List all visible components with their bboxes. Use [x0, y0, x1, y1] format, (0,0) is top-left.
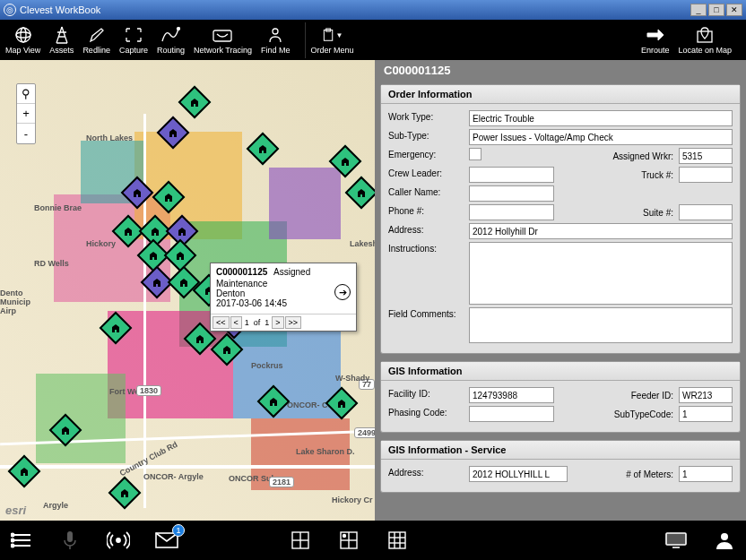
srv-address-field[interactable] [469, 466, 568, 482]
worktype-field[interactable] [469, 110, 733, 126]
user-button[interactable] [712, 528, 737, 553]
map-label: Dento Municip Airp [0, 289, 36, 315]
facility-field[interactable] [469, 387, 554, 403]
order-id-header: C000001125 [375, 60, 746, 81]
assignedwrkr-label: Assigned Wrkr: [612, 151, 673, 161]
close-button[interactable]: ✕ [726, 4, 742, 16]
meters-field[interactable] [679, 466, 733, 482]
panel-title: GIS Information [381, 362, 740, 381]
suite-field[interactable] [679, 204, 733, 220]
mic-button[interactable] [57, 528, 82, 553]
srv-address-label: Address: [388, 466, 469, 478]
suite-label: Suite #: [643, 208, 673, 218]
findme-button[interactable]: Find Me [261, 26, 291, 55]
svg-point-3 [178, 27, 180, 30]
form-pane: C000001125 Order Information Work Type: … [375, 60, 746, 521]
app-icon: ◎ [4, 4, 16, 16]
network-icon [212, 26, 233, 44]
fieldcomments-field[interactable] [469, 307, 733, 343]
crewleader-field[interactable] [469, 167, 554, 183]
emergency-label: Emergency: [388, 148, 469, 159]
phasing-field[interactable] [469, 406, 554, 422]
subtype-field[interactable] [469, 129, 733, 145]
minimize-button[interactable]: _ [690, 4, 707, 16]
locate-button[interactable]: Locate on Map [678, 26, 732, 55]
facility-label: Facility ID: [388, 387, 469, 399]
mapview-button[interactable]: Map View [5, 26, 40, 55]
messages-badge: 1 [172, 524, 185, 537]
truck-label: Truck #: [641, 170, 673, 180]
enroute-button[interactable]: Enroute [641, 26, 670, 55]
person-pin-icon [265, 26, 286, 44]
messages-button[interactable]: 1 [154, 528, 179, 553]
gis-info-panel: GIS Information Facility ID: Feeder ID: … [380, 361, 741, 433]
map-label: ONCOR- Argyle [143, 472, 204, 481]
emergency-checkbox[interactable] [469, 148, 481, 160]
routing-button[interactable]: Routing [157, 26, 185, 55]
window-title: Clevest WorkBook [20, 4, 100, 15]
bottom-bar: 1 [0, 521, 746, 560]
phasing-label: Phasing Code: [388, 406, 469, 418]
grid3-button[interactable] [385, 528, 410, 553]
maximize-button[interactable]: □ [708, 4, 724, 16]
subtypecode-label: SubTypeCode: [614, 409, 673, 419]
caller-field[interactable] [469, 185, 554, 202]
svg-point-5 [273, 29, 278, 34]
map-pane[interactable]: North Lakes Bonnie Brae Hickory RD Wells… [0, 60, 375, 521]
assignedwrkr-field[interactable] [679, 148, 733, 164]
esri-attribution: esri [5, 504, 26, 517]
worktype-label: Work Type: [388, 110, 469, 122]
gis-service-panel: GIS Information - Service Address: # of … [380, 440, 741, 493]
main-area: North Lakes Bonnie Brae Hickory RD Wells… [0, 60, 746, 521]
popup-status: Assigned [273, 267, 310, 277]
panel-title: GIS Information - Service [381, 441, 740, 460]
ordermenu-button[interactable]: ▼ Order Menu [311, 26, 354, 55]
phone-field[interactable] [469, 204, 554, 220]
map-popup: C000001125 Assigned Maintenance Denton 2… [210, 263, 357, 332]
tower-icon [51, 26, 73, 44]
phone-label: Phone #: [388, 204, 469, 216]
meters-label: # of Meters: [626, 470, 673, 479]
address-label: Address: [388, 223, 469, 235]
pager-first-button[interactable]: << [213, 316, 230, 329]
pager-last-button[interactable]: >> [285, 316, 302, 329]
svg-point-16 [117, 538, 120, 542]
grid2-button[interactable] [336, 528, 361, 553]
feeder-field[interactable] [679, 387, 733, 403]
popup-id: C000001125 [216, 267, 267, 277]
popup-pager: << < 1 of 1 > >> [211, 314, 356, 331]
address-field[interactable] [469, 223, 733, 239]
route-shield: 2181 [269, 477, 294, 487]
svg-point-2 [21, 28, 26, 42]
instructions-field[interactable] [469, 242, 733, 305]
map-label: RD Wells [34, 259, 69, 268]
feeder-label: Feeder ID: [631, 391, 673, 401]
monitor-button[interactable] [664, 528, 689, 553]
grid1-button[interactable] [288, 528, 313, 553]
panel-title: Order Information [381, 85, 740, 104]
zoom-in-button[interactable]: + [17, 104, 35, 124]
broadcast-button[interactable] [106, 528, 131, 553]
menu-button[interactable] [9, 528, 34, 553]
capture-button[interactable]: Capture [119, 26, 148, 55]
zoom-out-button[interactable]: - [17, 124, 35, 143]
pager-prev-button[interactable]: < [230, 316, 242, 329]
route-shield: 1830 [136, 385, 161, 396]
map-label: Hickory [86, 239, 116, 248]
order-info-panel: Order Information Work Type: Sub-Type: E… [380, 84, 741, 354]
truck-field[interactable] [679, 167, 733, 183]
assets-button[interactable]: Assets [49, 26, 74, 55]
svg-point-24 [343, 535, 346, 538]
svg-rect-4 [213, 30, 231, 41]
popup-next-button[interactable]: ➔ [334, 284, 351, 300]
redline-button[interactable]: Redline [82, 26, 110, 55]
clipboard-icon: ▼ [322, 26, 343, 44]
pager-next-button[interactable]: > [272, 316, 283, 329]
network-tracing-button[interactable]: Network Tracing [194, 26, 252, 55]
map-label: Lakesh [350, 239, 375, 248]
svg-rect-25 [389, 532, 405, 548]
svg-rect-8 [698, 31, 712, 42]
fieldcomments-label: Field Comments: [388, 307, 469, 319]
subtypecode-field[interactable] [679, 406, 733, 422]
zoom-magnify-button[interactable]: ⚲ [17, 84, 35, 104]
